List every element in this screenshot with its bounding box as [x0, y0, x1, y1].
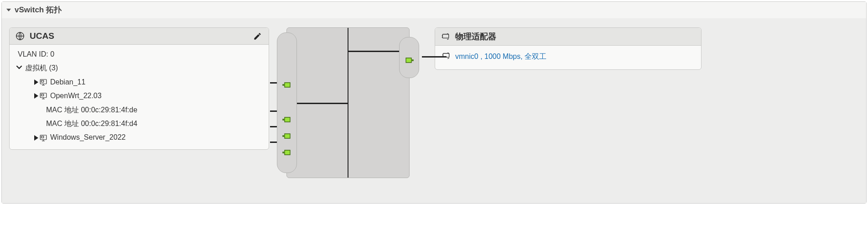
panel-header[interactable]: vSwitch 拓扑	[2, 2, 866, 18]
vm-name: OpenWrt_22.03	[50, 89, 102, 103]
left-port-dock	[277, 32, 297, 173]
vlan-id-label: VLAN ID: 0	[16, 47, 262, 61]
vm-icon	[39, 92, 47, 100]
expand-toggle-icon[interactable]	[34, 135, 38, 141]
vm-name: Debian_11	[50, 75, 85, 89]
nic-port-icon	[281, 131, 292, 142]
pnic-link[interactable]: vmnic0 , 1000 Mbps, 全双工	[455, 52, 546, 62]
vm-name: Windows_Server_2022	[50, 131, 125, 144]
vm-icon	[39, 78, 47, 86]
mac-address-row: MAC 地址 00:0c:29:81:4f:d4	[16, 117, 262, 131]
panel-body: UCAS VLAN ID: 0 虚拟机 (3)	[2, 18, 866, 203]
vm-row[interactable]: Debian_11	[16, 75, 262, 89]
edit-button[interactable]	[252, 31, 262, 41]
chevron-down-icon	[16, 61, 22, 75]
physical-adapters-title: 物理适配器	[455, 31, 695, 42]
pnic-icon	[441, 32, 451, 42]
physical-adapters-card: 物理适配器 vmnic0 , 1000 Mbps, 全双工	[435, 27, 702, 70]
vm-list-toggle[interactable]: 虚拟机 (3)	[16, 61, 262, 75]
physical-adapters-body: vmnic0 , 1000 Mbps, 全双工	[435, 46, 701, 69]
physical-adapters-header: 物理适配器	[435, 28, 701, 46]
mac-address-row: MAC 地址 00:0c:29:81:4f:de	[16, 103, 262, 117]
vm-row[interactable]: OpenWrt_22.03	[16, 89, 262, 103]
pnic-icon	[442, 51, 451, 62]
port-group-name: UCAS	[30, 31, 252, 41]
vm-row[interactable]: Windows_Server_2022	[16, 131, 262, 144]
port-group-header: UCAS	[10, 28, 269, 45]
pnic-row: vmnic0 , 1000 Mbps, 全双工	[442, 49, 695, 64]
svg-rect-3	[42, 80, 44, 82]
vswitch-topology-panel: vSwitch 拓扑 UCAS	[1, 1, 867, 204]
svg-rect-8	[442, 34, 448, 38]
nic-port-icon	[281, 79, 292, 90]
panel-title: vSwitch 拓扑	[15, 5, 62, 15]
vm-icon	[39, 134, 47, 142]
nic-port-icon	[281, 147, 292, 158]
svg-rect-7	[42, 136, 44, 138]
nic-port-icon	[404, 55, 415, 66]
svg-rect-5	[42, 95, 44, 96]
network-group-icon	[15, 31, 25, 41]
svg-rect-9	[443, 53, 449, 57]
nic-port-icon	[281, 114, 292, 125]
svg-marker-0	[6, 9, 11, 11]
switch-body	[286, 27, 410, 178]
expand-toggle-icon[interactable]	[34, 93, 38, 99]
expand-toggle-icon[interactable]	[34, 79, 38, 85]
port-group-body: VLAN ID: 0 虚拟机 (3)	[10, 45, 269, 149]
pencil-icon	[253, 32, 262, 41]
vm-list-header: 虚拟机 (3)	[25, 61, 58, 75]
vswitch-diagram	[286, 27, 410, 178]
right-port-dock	[399, 37, 419, 78]
port-group-card: UCAS VLAN ID: 0 虚拟机 (3)	[9, 27, 269, 150]
chevron-down-icon	[6, 8, 11, 12]
